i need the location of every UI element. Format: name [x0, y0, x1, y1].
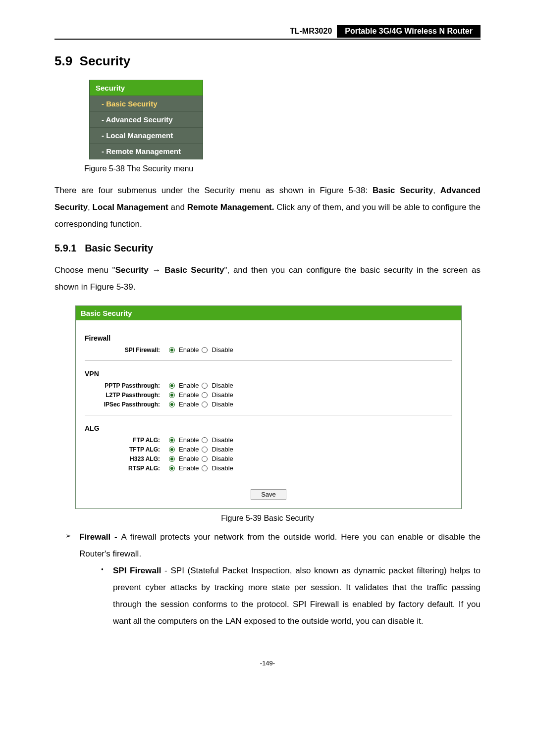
radio-h323-disable[interactable] — [202, 456, 208, 462]
subsection-heading: 5.9.1 Basic Security — [54, 243, 481, 254]
menu-header[interactable]: Security — [90, 80, 203, 96]
page-number: -149- — [54, 659, 481, 667]
radio-ftp-enable[interactable] — [169, 437, 175, 443]
basic-security-panel: Basic Security Firewall SPI Firewall: En… — [75, 305, 462, 509]
radio-l2tp-enable[interactable] — [169, 392, 175, 398]
menu-item-local-management[interactable]: - Local Management — [90, 127, 203, 143]
row-h323-alg: H323 ALG: Enable Disable — [85, 455, 452, 462]
model-description: Portable 3G/4G Wireless N Router — [337, 25, 481, 38]
row-spi-firewall: SPI Firewall: Enable Disable — [85, 346, 452, 353]
radio-ipsec-enable[interactable] — [169, 402, 175, 407]
radio-rtsp-disable[interactable] — [202, 465, 208, 471]
figure-39-caption: Figure 5-39 Basic Security — [54, 514, 481, 523]
radio-rtsp-enable[interactable] — [169, 465, 175, 471]
radio-pptp-disable[interactable] — [202, 383, 208, 389]
radio-ftp-disable[interactable] — [202, 437, 208, 443]
label-spi-firewall: SPI Firewall: — [85, 347, 169, 353]
radio-ipsec-disable[interactable] — [202, 402, 208, 407]
bullet-firewall: Firewall - A firewall protects your netw… — [67, 529, 481, 630]
row-pptp: PPTP Passthrough: Enable Disable — [85, 382, 452, 389]
divider — [85, 360, 452, 361]
menu-item-advanced-security[interactable]: - Advanced Security — [90, 111, 203, 127]
row-tftp-alg: TFTP ALG: Enable Disable — [85, 446, 452, 453]
group-vpn: VPN — [85, 370, 452, 378]
radio-l2tp-disable[interactable] — [202, 392, 208, 398]
sub-bullet-spi: SPI Firewall - SPI (Stateful Packet Insp… — [101, 562, 481, 630]
menu-item-remote-management[interactable]: - Remote Management — [90, 143, 203, 159]
model-label: TL-MR3020 — [285, 25, 337, 38]
row-rtsp-alg: RTSP ALG: Enable Disable — [85, 464, 452, 472]
row-l2tp: L2TP Passthrough: Enable Disable — [85, 391, 452, 399]
divider — [85, 479, 452, 479]
radio-spi-enable[interactable] — [169, 347, 175, 353]
group-firewall: Firewall — [85, 334, 452, 342]
intro-paragraph: There are four submenus under the Securi… — [54, 182, 481, 233]
radio-tftp-disable[interactable] — [202, 447, 208, 453]
description-list: Firewall - A firewall protects your netw… — [54, 529, 481, 630]
page-header: TL-MR3020 Portable 3G/4G Wireless N Rout… — [54, 25, 481, 40]
panel-title: Basic Security — [76, 306, 461, 320]
section-heading: 5.9 Security — [54, 53, 481, 69]
save-button[interactable]: Save — [251, 489, 286, 500]
security-menu-figure: Security - Basic Security - Advanced Sec… — [89, 80, 481, 159]
menu-item-basic-security[interactable]: - Basic Security — [90, 96, 203, 111]
figure-38-caption: Figure 5-38 The Security menu — [84, 164, 510, 173]
radio-spi-disable[interactable] — [202, 347, 208, 353]
radio-h323-enable[interactable] — [169, 456, 175, 462]
row-ipsec: IPSec Passthrough: Enable Disable — [85, 401, 452, 408]
radio-pptp-enable[interactable] — [169, 383, 175, 389]
basic-security-intro: Choose menu "Security → Basic Security",… — [54, 262, 481, 296]
group-alg: ALG — [85, 424, 452, 432]
radio-tftp-enable[interactable] — [169, 447, 175, 453]
divider — [85, 415, 452, 415]
row-ftp-alg: FTP ALG: Enable Disable — [85, 436, 452, 444]
